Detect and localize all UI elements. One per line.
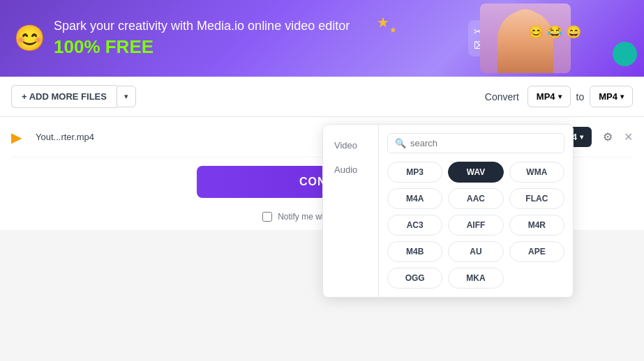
banner-emoji: 😊: [14, 24, 45, 53]
format-dropdown-panel: Video Audio 🔍 MP3WAVWMAM4AAACFLACAC3AIFF…: [322, 124, 574, 298]
emoji-2: 😂: [547, 24, 562, 40]
star-icon: ★: [377, 15, 389, 30]
close-icon: ✕: [624, 131, 633, 143]
dropdown-main: 🔍 MP3WAVWMAM4AAACFLACAC3AIFFM4RM4BAUAPEO…: [379, 125, 573, 297]
add-files-button[interactable]: + ADD MORE FILES: [11, 85, 117, 108]
remove-file-button[interactable]: ✕: [624, 130, 633, 144]
format-tag-au[interactable]: AU: [448, 241, 503, 262]
banner-person: 😊 😂 😄: [463, 0, 588, 77]
settings-button[interactable]: ⚙: [603, 130, 613, 144]
dropdown-sidebar: Video Audio: [323, 125, 379, 297]
chevron-down-icon: ▾: [124, 92, 128, 100]
chevron-down-icon-2: ▾: [620, 93, 624, 100]
emoji-1: 😊: [528, 24, 544, 40]
toolbar-right: Convert MP4 ▾ to MP4 ▾: [485, 86, 633, 107]
format-tag-ac3[interactable]: AC3: [387, 215, 442, 236]
banner-decoration: ★ ★: [377, 14, 400, 31]
global-format-right-button[interactable]: MP4 ▾: [590, 86, 633, 107]
add-files-dropdown-button[interactable]: ▾: [117, 86, 136, 107]
banner: 😊 Spark your creativity with Media.io on…: [0, 0, 644, 77]
global-format-left-button[interactable]: MP4 ▾: [527, 86, 571, 107]
format-tag-mp3[interactable]: MP3: [387, 162, 442, 183]
file-video-icon: ▶: [11, 129, 22, 146]
banner-title: Spark your creativity with Media.io onli…: [54, 19, 350, 33]
format-tag-m4b[interactable]: M4B: [387, 241, 442, 262]
format-tag-aac[interactable]: AAC: [448, 188, 503, 209]
emoji-3: 😄: [566, 24, 581, 40]
chevron-down-icon: ▾: [558, 93, 562, 100]
global-format-left-label: MP4: [537, 91, 555, 102]
format-tag-m4a[interactable]: M4A: [387, 188, 442, 209]
format-grid: MP3WAVWMAM4AAACFLACAC3AIFFM4RM4BAUAPEOGG…: [387, 162, 564, 289]
to-label: to: [576, 91, 585, 102]
format-tag-wav[interactable]: WAV: [448, 162, 503, 183]
toolbar-left: + ADD MORE FILES ▾: [11, 85, 136, 108]
convert-label: Convert: [485, 91, 519, 102]
format-tag-flac[interactable]: FLAC: [509, 188, 564, 209]
format-search-input[interactable]: [410, 138, 557, 148]
chevron-down-icon-3: ▾: [580, 133, 583, 141]
format-tag-ogg[interactable]: OGG: [387, 268, 442, 289]
format-tag-wma[interactable]: WMA: [509, 162, 564, 183]
global-format-right-label: MP4: [599, 91, 617, 102]
banner-subtitle: 100% FREE: [54, 36, 350, 58]
silhouette: [497, 10, 553, 73]
teal-dot-decoration: [613, 42, 637, 66]
emoji-row: 😊 😂 😄: [528, 24, 581, 40]
format-tag-mka[interactable]: MKA: [448, 268, 503, 289]
sidebar-item-audio[interactable]: Audio: [323, 158, 378, 182]
banner-text: Spark your creativity with Media.io onli…: [54, 19, 350, 58]
notify-checkbox[interactable]: [262, 212, 272, 222]
format-tag-ape[interactable]: APE: [509, 241, 564, 262]
toolbar: + ADD MORE FILES ▾ Convert MP4 ▾ to MP4 …: [0, 77, 644, 117]
search-icon: 🔍: [395, 138, 406, 148]
format-search-row: 🔍: [387, 133, 564, 153]
format-tag-aiff[interactable]: AIFF: [448, 215, 503, 236]
gear-icon: ⚙: [603, 131, 613, 143]
star-small-icon: ★: [389, 25, 397, 35]
format-tag-m4r[interactable]: M4R: [509, 215, 564, 236]
sidebar-item-video[interactable]: Video: [323, 133, 378, 158]
